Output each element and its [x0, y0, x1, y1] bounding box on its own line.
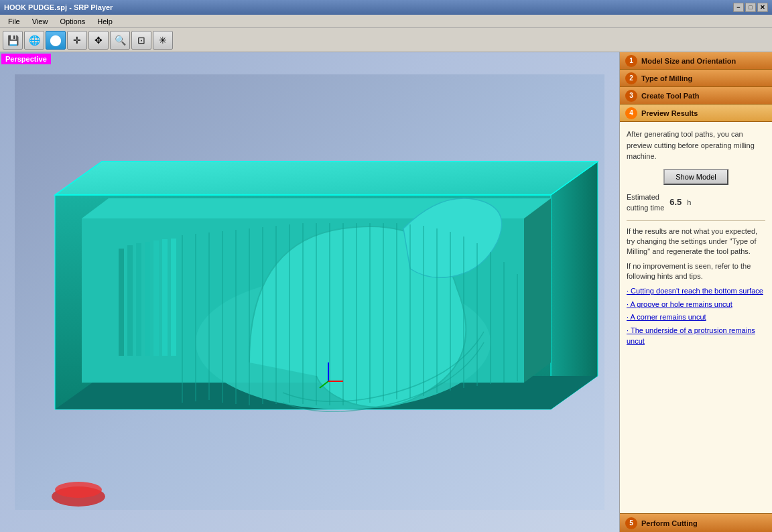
step-2-number: 2 — [625, 72, 637, 84]
viewport: Perspective — [0, 52, 619, 532]
svg-point-51 — [55, 482, 102, 498]
right-panel: 1 Model Size and Orientation 2 Type of M… — [619, 52, 772, 532]
description-text: After generating tool paths, you can pre… — [627, 129, 765, 162]
step-3-label: Create Tool Path — [641, 92, 700, 100]
svg-rect-18 — [162, 239, 168, 356]
render-button[interactable]: ⬤ — [46, 31, 66, 50]
svg-rect-13 — [119, 249, 124, 356]
rotate-button[interactable]: ✛ — [67, 31, 87, 50]
link-underside-protrusion[interactable]: · The underside of a protrusion remains … — [627, 325, 765, 347]
step-4-number: 4 — [625, 107, 637, 119]
main-layout: Perspective — [0, 52, 772, 532]
step-5-number: 5 — [625, 517, 637, 529]
toolbar: 💾 🌐 ⬤ ✛ ✥ 🔍 ⊡ ✳ — [0, 28, 772, 52]
fit-button[interactable]: ⊡ — [131, 31, 151, 50]
title-bar: HOOK PUDGE.spj - SRP Player − □ ✕ — [0, 0, 772, 15]
maximize-button[interactable]: □ — [745, 3, 756, 12]
minimize-button[interactable]: − — [733, 3, 744, 12]
menu-bar: File View Options Help — [0, 15, 772, 28]
svg-marker-3 — [55, 161, 598, 195]
perform-cutting-step[interactable]: 5 Perform Cutting — [620, 513, 772, 532]
step-4-label: Preview Results — [641, 109, 698, 117]
perspective-label: Perspective — [1, 54, 51, 64]
svg-rect-19 — [171, 239, 176, 356]
title-bar-buttons: − □ ✕ — [733, 3, 768, 12]
step-4-preview-results[interactable]: 4 Preview Results — [620, 105, 772, 122]
panel-content: After generating tool paths, you can pre… — [620, 122, 772, 513]
svg-marker-2 — [551, 161, 598, 409]
svg-rect-14 — [127, 245, 133, 356]
svg-rect-17 — [153, 241, 159, 356]
menu-file[interactable]: File — [3, 16, 25, 27]
menu-options[interactable]: Options — [54, 16, 90, 27]
zoom-button[interactable]: 🔍 — [110, 31, 130, 50]
svg-marker-11 — [524, 198, 551, 383]
estimated-row: Estimatedcutting time 6.5 h — [627, 192, 765, 214]
step-1-label: Model Size and Orientation — [641, 57, 736, 65]
divider-1 — [627, 220, 765, 221]
link-corner-uncut[interactable]: · A corner remains uncut — [627, 312, 765, 323]
step-1-model-size[interactable]: 1 Model Size and Orientation — [620, 52, 772, 70]
estimated-label: Estimatedcutting time — [627, 192, 664, 214]
title-text: HOOK PUDGE.spj - SRP Player — [4, 3, 113, 11]
step-2-label: Type of Milling — [641, 74, 692, 82]
step-3-create-tool-path[interactable]: 3 Create Tool Path — [620, 87, 772, 105]
perform-cutting-label: Perform Cutting — [641, 519, 698, 527]
step-2-type-of-milling[interactable]: 2 Type of Milling — [620, 70, 772, 87]
svg-rect-15 — [136, 243, 141, 356]
estimated-unit: h — [687, 197, 691, 208]
link-groove-hole[interactable]: · A groove or hole remains uncut — [627, 299, 765, 310]
hint-text-1: If the results are not what you expected… — [627, 226, 765, 257]
globe-button[interactable]: 🌐 — [24, 31, 44, 50]
model-area — [0, 52, 619, 532]
show-model-button[interactable]: Show Model — [663, 169, 728, 185]
menu-view[interactable]: View — [27, 16, 54, 27]
center-button[interactable]: ✳ — [153, 31, 173, 50]
estimated-value: 6.5 — [669, 196, 682, 209]
step-3-number: 3 — [625, 90, 637, 102]
pan-button[interactable]: ✥ — [88, 31, 109, 50]
step-1-number: 1 — [625, 55, 637, 67]
svg-rect-16 — [145, 242, 150, 356]
link-bottom-surface[interactable]: · Cutting doesn't reach the bottom surfa… — [627, 285, 765, 297]
menu-help[interactable]: Help — [92, 16, 118, 27]
close-button[interactable]: ✕ — [757, 3, 768, 12]
hint-text-2: If no improvement is seen, refer to the … — [627, 261, 765, 282]
save-button[interactable]: 💾 — [3, 31, 23, 50]
